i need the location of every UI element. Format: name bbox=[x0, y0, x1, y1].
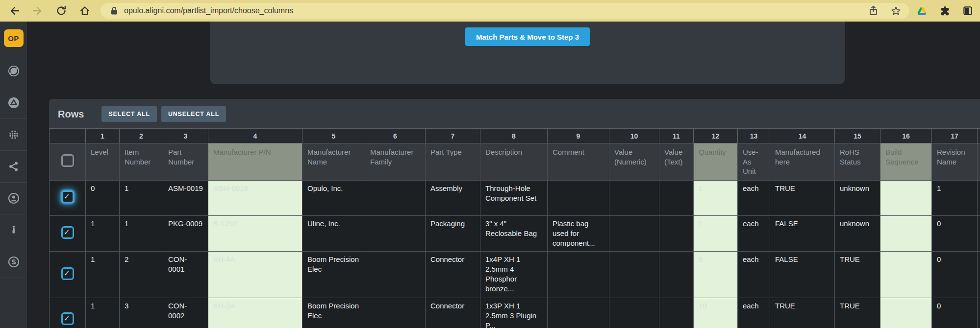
table-cell: TRUE bbox=[835, 252, 880, 298]
table-cell bbox=[609, 181, 659, 216]
table-cell: ASM-0019 bbox=[208, 181, 302, 216]
table-cell bbox=[609, 298, 659, 328]
table-cell: CON-0002 bbox=[163, 298, 208, 328]
table-cell bbox=[365, 181, 426, 216]
column-number-header: 4 bbox=[208, 129, 302, 143]
table-cell: 8 bbox=[694, 252, 738, 298]
table-cell: 1x4P XH 1 2.5mm 4 Phosphor bronze... bbox=[480, 252, 548, 298]
sidebar-item-parts[interactable] bbox=[0, 87, 27, 119]
row-select-checkbox[interactable] bbox=[61, 226, 74, 239]
sidebar-item-sync[interactable] bbox=[0, 55, 27, 87]
sidebar-item-inventory[interactable] bbox=[0, 119, 27, 151]
sidebar-item-account[interactable] bbox=[0, 183, 27, 214]
table-cell: 1 bbox=[86, 298, 120, 328]
match-parts-button[interactable]: Match Parts & Move to Step 3 bbox=[465, 27, 590, 46]
table-cell: Boom Precision Elec bbox=[302, 298, 365, 328]
table-cell bbox=[978, 252, 980, 298]
column-number-header: 14 bbox=[770, 129, 835, 143]
rows-panel: Rows SELECT ALL UNSELECT ALL 12345678910… bbox=[49, 99, 980, 328]
sidebar-item-logo[interactable]: OP bbox=[0, 22, 27, 55]
column-number-header: 9 bbox=[548, 129, 609, 143]
column-number-header: 6 bbox=[365, 129, 426, 143]
unselect-all-button[interactable]: UNSELECT ALL bbox=[161, 106, 226, 122]
column-number-header: 1 bbox=[86, 129, 120, 143]
column-number-header: 10 bbox=[609, 129, 659, 143]
column-number-header: 5 bbox=[302, 129, 365, 143]
column-number-header: 17 bbox=[932, 129, 978, 143]
home-button[interactable] bbox=[78, 4, 91, 17]
triangle-logo-icon bbox=[7, 96, 20, 109]
sidebar: OP bbox=[0, 22, 27, 328]
table-cell: unknown bbox=[835, 216, 880, 252]
drive-icon[interactable] bbox=[916, 5, 928, 17]
forward-arrow-icon bbox=[32, 5, 44, 17]
row-select-checkbox[interactable] bbox=[61, 312, 74, 325]
table-cell: 1 bbox=[120, 216, 163, 252]
table-cell: unknown bbox=[835, 181, 880, 216]
table-cell: Packaging bbox=[426, 216, 480, 252]
column-header: Item Number bbox=[120, 143, 163, 181]
svg-text:S: S bbox=[11, 258, 16, 266]
table-cell: 1 bbox=[694, 216, 738, 252]
table-cell: 3 bbox=[120, 298, 163, 328]
sidebar-item-finance[interactable]: S bbox=[0, 246, 27, 278]
table-cell: 1 bbox=[86, 216, 120, 252]
table-cell: Connector bbox=[426, 298, 480, 328]
table-row: 13CON-0002XH-3ABoom Precision ElecConnec… bbox=[50, 298, 980, 328]
back-button[interactable] bbox=[8, 4, 21, 17]
share-nodes-icon bbox=[7, 160, 20, 173]
forward-button[interactable] bbox=[31, 4, 44, 17]
column-number-header: 13 bbox=[738, 129, 770, 143]
table-cell: 2 bbox=[120, 252, 163, 298]
table-cell: 1 bbox=[86, 252, 120, 298]
table-cell: 1x3P XH 1 2.5mm 3 Plugin P... bbox=[480, 298, 548, 328]
reload-button[interactable] bbox=[55, 4, 68, 17]
table-cell: 1 bbox=[932, 181, 978, 216]
profile-icon[interactable] bbox=[962, 5, 973, 16]
table-cell: Assembly bbox=[426, 181, 480, 216]
row-select-checkbox[interactable] bbox=[61, 190, 74, 203]
column-number-header: 2 bbox=[120, 129, 163, 143]
rows-header: Rows SELECT ALL UNSELECT ALL bbox=[49, 99, 980, 128]
screen: opulo.aligni.com/partlist_import/choose_… bbox=[0, 0, 980, 328]
extensions-puzzle-icon[interactable] bbox=[939, 5, 951, 17]
dotted-globe-icon bbox=[7, 128, 20, 141]
select-all-button[interactable]: SELECT ALL bbox=[101, 106, 157, 122]
column-number-row: 1234567891011121314151617 bbox=[50, 129, 980, 143]
necktie-icon bbox=[7, 224, 20, 236]
table-row: 01ASM-0019ASM-0019Opulo, Inc.AssemblyThr… bbox=[50, 181, 980, 216]
row-checkbox-cell bbox=[50, 252, 86, 298]
column-header: Level bbox=[86, 143, 120, 181]
table-cell: S-1292 bbox=[208, 216, 302, 252]
table-cell bbox=[548, 252, 609, 298]
table-cell: Plastic bag used for component... bbox=[548, 216, 609, 252]
row-select-checkbox[interactable] bbox=[61, 267, 74, 280]
table-cell: 1 bbox=[694, 181, 738, 216]
table-cell: 0 bbox=[932, 216, 978, 252]
table-cell bbox=[659, 298, 694, 328]
table-cell bbox=[609, 252, 659, 298]
reload-icon bbox=[55, 5, 67, 17]
share-icon[interactable] bbox=[868, 5, 879, 17]
rows-title: Rows bbox=[58, 109, 84, 120]
bookmark-star-icon[interactable] bbox=[890, 5, 902, 17]
table-cell bbox=[548, 181, 609, 216]
table-cell: CON-0001 bbox=[163, 252, 208, 298]
table-cell: each bbox=[738, 252, 770, 298]
column-header: Manufacturer Name bbox=[302, 143, 365, 181]
table-cell: 0 bbox=[86, 181, 120, 216]
table-cell: each bbox=[738, 298, 770, 328]
table-cell: FALSE bbox=[770, 252, 835, 298]
column-number-header: 7 bbox=[426, 129, 480, 143]
table-cell bbox=[880, 252, 932, 298]
sidebar-item-vendors[interactable] bbox=[0, 214, 27, 246]
row-checkbox-cell bbox=[50, 298, 86, 328]
select-all-checkbox[interactable] bbox=[61, 154, 74, 167]
table-cell bbox=[880, 298, 932, 328]
step-panel: Match Parts & Move to Step 3 bbox=[210, 22, 845, 84]
table-cell: TRUE bbox=[770, 181, 835, 216]
address-bar[interactable]: opulo.aligni.com/partlist_import/choose_… bbox=[101, 3, 909, 19]
table-head: 1234567891011121314151617LevelItem Numbe… bbox=[50, 129, 980, 181]
sidebar-item-share[interactable] bbox=[0, 151, 27, 183]
column-header: Part Number bbox=[163, 143, 208, 181]
